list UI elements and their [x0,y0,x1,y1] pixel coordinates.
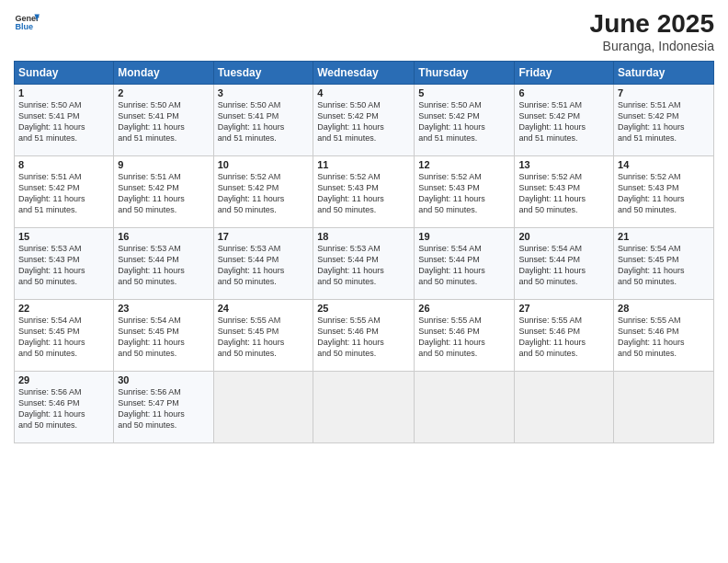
day-number: 5 [418,87,510,98]
day-info: Sunrise: 5:51 AMSunset: 5:42 PMDaylight:… [118,172,185,214]
day-info: Sunrise: 5:50 AMSunset: 5:41 PMDaylight:… [18,100,85,143]
table-row: 16 Sunrise: 5:53 AMSunset: 5:44 PMDaylig… [114,228,213,300]
day-number: 11 [317,159,410,170]
col-friday: Friday [515,62,614,85]
col-thursday: Thursday [415,62,515,85]
table-row: 29 Sunrise: 5:56 AMSunset: 5:46 PMDaylig… [15,372,114,443]
table-row: 15 Sunrise: 5:53 AMSunset: 5:43 PMDaylig… [15,228,114,300]
day-info: Sunrise: 5:52 AMSunset: 5:43 PMDaylight:… [317,172,384,214]
day-number: 20 [518,231,609,242]
location: Buranga, Indonesia [590,39,714,53]
table-row [213,372,313,443]
day-info: Sunrise: 5:55 AMSunset: 5:46 PMDaylight:… [317,316,384,358]
day-number: 21 [618,231,710,242]
day-info: Sunrise: 5:53 AMSunset: 5:44 PMDaylight:… [218,244,285,286]
day-info: Sunrise: 5:53 AMSunset: 5:43 PMDaylight:… [18,244,85,286]
day-info: Sunrise: 5:50 AMSunset: 5:41 PMDaylight:… [218,100,285,143]
day-info: Sunrise: 5:54 AMSunset: 5:45 PMDaylight:… [18,316,85,358]
table-row: 27 Sunrise: 5:55 AMSunset: 5:46 PMDaylig… [515,300,614,372]
day-number: 24 [218,303,310,314]
day-info: Sunrise: 5:56 AMSunset: 5:46 PMDaylight:… [18,387,85,430]
day-info: Sunrise: 5:51 AMSunset: 5:42 PMDaylight:… [518,100,586,143]
day-number: 22 [18,303,109,314]
day-info: Sunrise: 5:53 AMSunset: 5:44 PMDaylight:… [118,244,185,286]
calendar-week-row: 1 Sunrise: 5:50 AMSunset: 5:41 PMDayligh… [15,85,714,156]
month-title: June 2025 [590,9,714,39]
day-number: 6 [518,87,609,98]
logo: General Blue [14,9,40,35]
page: General Blue June 2025 Buranga, Indonesi… [0,0,728,563]
day-number: 25 [317,303,410,314]
table-row: 23 Sunrise: 5:54 AMSunset: 5:45 PMDaylig… [114,300,213,372]
table-row: 30 Sunrise: 5:56 AMSunset: 5:47 PMDaylig… [114,372,213,443]
table-row: 10 Sunrise: 5:52 AMSunset: 5:42 PMDaylig… [213,156,313,228]
day-number: 15 [18,231,109,242]
day-number: 4 [317,87,410,98]
table-row [515,372,614,443]
day-info: Sunrise: 5:55 AMSunset: 5:46 PMDaylight:… [618,316,685,358]
col-wednesday: Wednesday [313,62,415,85]
calendar-week-row: 15 Sunrise: 5:53 AMSunset: 5:43 PMDaylig… [15,228,714,300]
day-info: Sunrise: 5:50 AMSunset: 5:42 PMDaylight:… [418,100,485,143]
table-row: 14 Sunrise: 5:52 AMSunset: 5:43 PMDaylig… [614,156,714,228]
table-row: 22 Sunrise: 5:54 AMSunset: 5:45 PMDaylig… [15,300,114,372]
day-number: 16 [118,231,209,242]
table-row: 2 Sunrise: 5:50 AMSunset: 5:41 PMDayligh… [114,85,213,156]
table-row: 28 Sunrise: 5:55 AMSunset: 5:46 PMDaylig… [614,300,714,372]
day-number: 23 [118,303,209,314]
day-number: 3 [218,87,310,98]
table-row: 20 Sunrise: 5:54 AMSunset: 5:44 PMDaylig… [515,228,614,300]
title-block: June 2025 Buranga, Indonesia [590,9,714,53]
col-tuesday: Tuesday [213,62,313,85]
day-info: Sunrise: 5:54 AMSunset: 5:45 PMDaylight:… [118,316,185,358]
table-row: 6 Sunrise: 5:51 AMSunset: 5:42 PMDayligh… [515,85,614,156]
day-number: 1 [18,87,109,98]
day-number: 28 [618,303,710,314]
day-info: Sunrise: 5:52 AMSunset: 5:43 PMDaylight:… [518,172,586,214]
table-row [614,372,714,443]
day-number: 17 [218,231,310,242]
day-info: Sunrise: 5:56 AMSunset: 5:47 PMDaylight:… [118,387,185,430]
calendar-table: Sunday Monday Tuesday Wednesday Thursday… [14,61,714,443]
col-sunday: Sunday [15,62,114,85]
table-row: 9 Sunrise: 5:51 AMSunset: 5:42 PMDayligh… [114,156,213,228]
day-number: 7 [618,87,710,98]
day-info: Sunrise: 5:53 AMSunset: 5:44 PMDaylight:… [317,244,384,286]
table-row [415,372,515,443]
day-number: 10 [218,159,310,170]
table-row: 12 Sunrise: 5:52 AMSunset: 5:43 PMDaylig… [415,156,515,228]
table-row: 19 Sunrise: 5:54 AMSunset: 5:44 PMDaylig… [415,228,515,300]
day-number: 30 [118,374,209,385]
day-number: 26 [418,303,510,314]
calendar-week-row: 29 Sunrise: 5:56 AMSunset: 5:46 PMDaylig… [15,372,714,443]
col-saturday: Saturday [614,62,714,85]
day-info: Sunrise: 5:50 AMSunset: 5:42 PMDaylight:… [317,100,384,143]
day-number: 18 [317,231,410,242]
day-info: Sunrise: 5:51 AMSunset: 5:42 PMDaylight:… [618,100,685,143]
svg-text:Blue: Blue [15,22,33,31]
day-info: Sunrise: 5:54 AMSunset: 5:45 PMDaylight:… [618,244,685,286]
calendar-header-row: Sunday Monday Tuesday Wednesday Thursday… [15,62,714,85]
table-row: 21 Sunrise: 5:54 AMSunset: 5:45 PMDaylig… [614,228,714,300]
table-row: 26 Sunrise: 5:55 AMSunset: 5:46 PMDaylig… [415,300,515,372]
table-row: 17 Sunrise: 5:53 AMSunset: 5:44 PMDaylig… [213,228,313,300]
day-number: 19 [418,231,510,242]
day-number: 9 [118,159,209,170]
day-number: 14 [618,159,710,170]
table-row: 25 Sunrise: 5:55 AMSunset: 5:46 PMDaylig… [313,300,415,372]
day-info: Sunrise: 5:52 AMSunset: 5:43 PMDaylight:… [618,172,685,214]
day-info: Sunrise: 5:52 AMSunset: 5:43 PMDaylight:… [418,172,485,214]
table-row: 18 Sunrise: 5:53 AMSunset: 5:44 PMDaylig… [313,228,415,300]
day-info: Sunrise: 5:55 AMSunset: 5:46 PMDaylight:… [418,316,485,358]
day-number: 8 [18,159,109,170]
day-number: 27 [518,303,609,314]
day-number: 12 [418,159,510,170]
day-number: 2 [118,87,209,98]
table-row: 5 Sunrise: 5:50 AMSunset: 5:42 PMDayligh… [415,85,515,156]
table-row [313,372,415,443]
day-info: Sunrise: 5:52 AMSunset: 5:42 PMDaylight:… [218,172,285,214]
day-info: Sunrise: 5:55 AMSunset: 5:46 PMDaylight:… [518,316,586,358]
logo-icon: General Blue [14,9,40,35]
day-number: 29 [18,374,109,385]
day-info: Sunrise: 5:54 AMSunset: 5:44 PMDaylight:… [418,244,485,286]
